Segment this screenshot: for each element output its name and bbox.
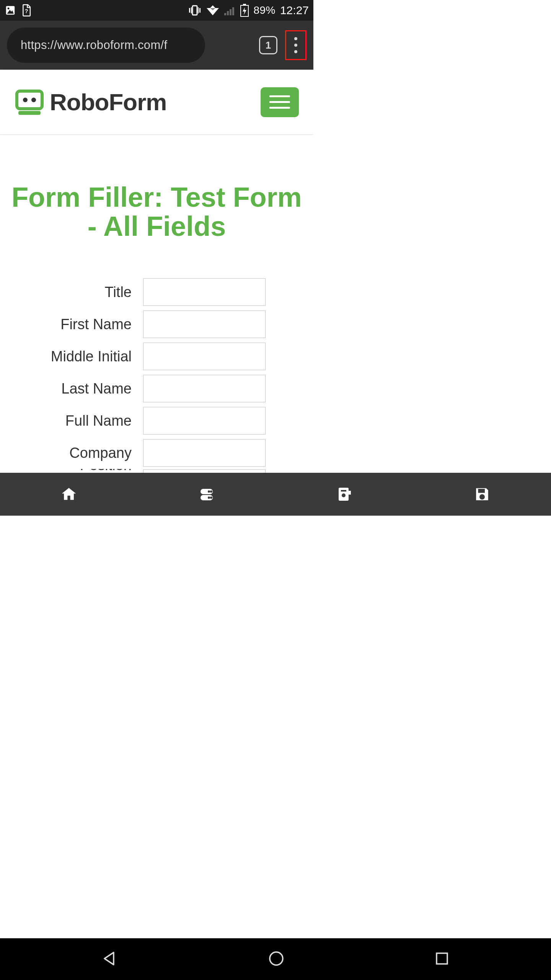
svg-rect-15 xyxy=(232,7,234,15)
svg-point-26 xyxy=(210,490,212,493)
svg-rect-22 xyxy=(18,111,41,115)
form-row-full-name: Full Name xyxy=(0,405,313,437)
svg-rect-5 xyxy=(189,8,190,13)
signal-icon xyxy=(224,5,236,15)
password-list-icon xyxy=(198,486,215,503)
home-button[interactable] xyxy=(0,473,138,516)
form-row-last-name: Last Name xyxy=(0,372,313,405)
url-bar[interactable]: https://www.roboform.com/f xyxy=(7,28,205,63)
svg-point-25 xyxy=(208,490,210,493)
svg-rect-17 xyxy=(243,4,246,5)
svg-marker-10 xyxy=(210,5,215,8)
status-clock: 12:27 xyxy=(280,4,309,17)
site-logo[interactable]: RoboForm xyxy=(15,87,166,117)
svg-point-21 xyxy=(31,98,36,102)
roboform-logo-icon xyxy=(15,87,44,117)
wifi-icon xyxy=(206,5,220,16)
input-first-name[interactable] xyxy=(143,310,266,338)
form-row-company: Company xyxy=(0,437,313,469)
page-title: Form Filler: Test Form - All Fields xyxy=(0,183,313,241)
svg-point-20 xyxy=(23,98,28,102)
svg-text:?: ? xyxy=(24,8,28,14)
svg-rect-12 xyxy=(224,13,226,15)
home-icon xyxy=(60,486,77,503)
input-company[interactable] xyxy=(143,439,266,467)
svg-rect-7 xyxy=(198,7,199,13)
input-middle-initial[interactable] xyxy=(143,343,266,370)
label-company: Company xyxy=(0,445,143,461)
svg-rect-8 xyxy=(199,8,201,13)
form-row-first-name: First Name xyxy=(0,308,313,340)
passwords-button[interactable] xyxy=(138,473,276,516)
battery-percentage: 89% xyxy=(253,4,276,16)
svg-rect-6 xyxy=(191,7,192,13)
hamburger-icon xyxy=(269,95,290,97)
url-text: https://www.roboform.com/f xyxy=(21,38,167,52)
input-title[interactable] xyxy=(143,278,266,306)
svg-rect-19 xyxy=(17,91,42,109)
input-last-name[interactable] xyxy=(143,375,266,402)
tab-switcher-button[interactable]: 1 xyxy=(259,36,277,54)
form-row-middle-initial: Middle Initial xyxy=(0,340,313,372)
svg-point-28 xyxy=(210,497,212,499)
safenotes-button[interactable] xyxy=(276,473,313,516)
image-notification-icon xyxy=(5,5,16,16)
input-full-name[interactable] xyxy=(143,407,266,434)
label-full-name: Full Name xyxy=(0,413,143,429)
svg-rect-14 xyxy=(230,9,231,15)
android-status-bar: ? 89% 12:27 xyxy=(0,0,313,21)
browser-toolbar: https://www.roboform.com/f 1 xyxy=(0,21,313,70)
brand-text: RoboForm xyxy=(50,88,166,116)
browser-menu-button[interactable] xyxy=(285,30,306,60)
page-content: Form Filler: Test Form - All Fields Titl… xyxy=(0,135,313,478)
label-middle-initial: Middle Initial xyxy=(0,348,143,365)
label-last-name: Last Name xyxy=(0,381,143,397)
site-menu-button[interactable] xyxy=(261,87,299,117)
label-first-name: First Name xyxy=(0,316,143,333)
test-form: Title First Name Middle Initial Last Nam… xyxy=(0,276,313,478)
svg-rect-13 xyxy=(227,11,229,15)
svg-point-2 xyxy=(8,8,10,10)
form-row-title: Title xyxy=(0,276,313,308)
svg-rect-4 xyxy=(192,6,197,15)
more-vert-icon xyxy=(294,37,297,53)
site-header: RoboForm xyxy=(0,70,313,135)
vibrate-icon xyxy=(188,5,201,16)
app-bottom-bar xyxy=(0,473,313,516)
tab-count-value: 1 xyxy=(266,39,271,51)
svg-point-27 xyxy=(208,497,210,499)
svg-marker-18 xyxy=(243,7,246,15)
label-title: Title xyxy=(0,284,143,301)
battery-charging-icon xyxy=(240,4,249,17)
file-notification-icon: ? xyxy=(21,4,32,16)
